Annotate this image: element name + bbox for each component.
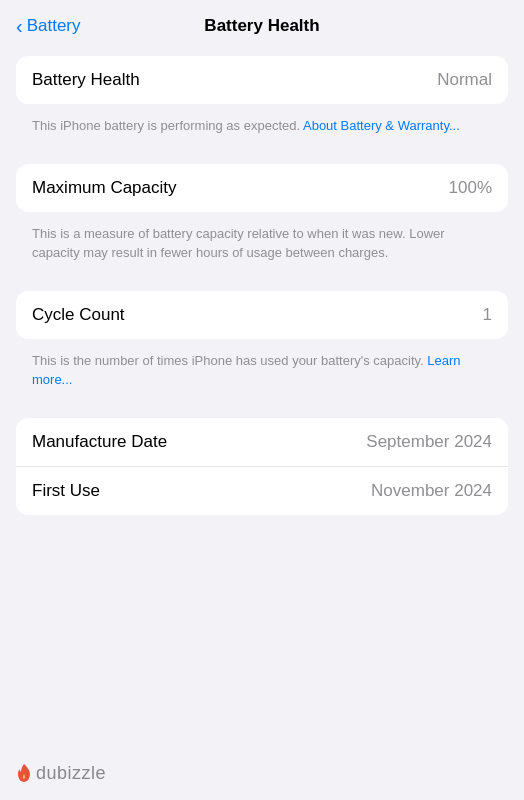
manufacture-date-label: Manufacture Date: [32, 432, 167, 452]
back-button[interactable]: ‹ Battery: [16, 16, 81, 36]
maximum-capacity-row: Maximum Capacity 100%: [16, 164, 508, 212]
watermark-text: dubizzle: [36, 763, 106, 784]
watermark: dubizzle: [16, 762, 106, 784]
maximum-capacity-value: 100%: [449, 178, 492, 198]
cycle-count-value: 1: [483, 305, 492, 325]
first-use-row: First Use November 2024: [16, 466, 508, 515]
maximum-capacity-card: Maximum Capacity 100%: [16, 164, 508, 212]
battery-warranty-link[interactable]: About Battery & Warranty...: [303, 118, 460, 133]
maximum-capacity-label: Maximum Capacity: [32, 178, 177, 198]
dates-card: Manufacture Date September 2024 First Us…: [16, 418, 508, 515]
maximum-capacity-description: This is a measure of battery capacity re…: [16, 220, 508, 279]
back-chevron-icon: ‹: [16, 16, 23, 36]
cycle-count-row: Cycle Count 1: [16, 291, 508, 339]
cycle-count-desc-text: This is the number of times iPhone has u…: [32, 353, 427, 368]
cycle-count-description: This is the number of times iPhone has u…: [16, 347, 508, 406]
first-use-label: First Use: [32, 481, 100, 501]
battery-health-label: Battery Health: [32, 70, 140, 90]
main-content: Battery Health Normal This iPhone batter…: [0, 48, 524, 531]
battery-health-card: Battery Health Normal: [16, 56, 508, 104]
max-capacity-desc-text: This is a measure of battery capacity re…: [32, 226, 445, 261]
battery-health-value: Normal: [437, 70, 492, 90]
cycle-count-card: Cycle Count 1: [16, 291, 508, 339]
battery-health-description: This iPhone battery is performing as exp…: [16, 112, 508, 152]
page-title: Battery Health: [204, 16, 319, 36]
manufacture-date-value: September 2024: [366, 432, 492, 452]
manufacture-date-row: Manufacture Date September 2024: [16, 418, 508, 466]
flame-icon: [16, 762, 32, 784]
header: ‹ Battery Battery Health: [0, 0, 524, 48]
cycle-count-label: Cycle Count: [32, 305, 125, 325]
battery-health-desc-text: This iPhone battery is performing as exp…: [32, 118, 303, 133]
first-use-value: November 2024: [371, 481, 492, 501]
back-label: Battery: [27, 16, 81, 36]
battery-health-row: Battery Health Normal: [16, 56, 508, 104]
